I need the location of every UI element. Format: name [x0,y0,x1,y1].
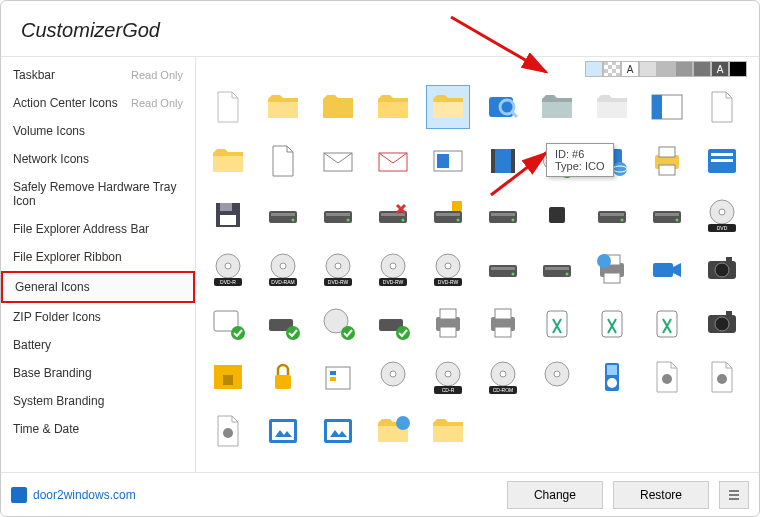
sidebar-item-6[interactable]: File Explorer Ribbon [1,243,195,271]
bg-swatch-1[interactable] [603,61,621,77]
sidebar-item-1[interactable]: Action Center IconsRead Only [1,89,195,117]
folder-icon[interactable] [316,85,360,129]
inventory-icon[interactable] [316,355,360,399]
background-swatches[interactable]: AA [585,61,747,77]
folder2-icon[interactable] [206,139,250,183]
disc-dvdr-icon[interactable]: DVD-R [206,247,250,291]
image-slide-icon[interactable] [426,139,470,183]
padlock-bg-icon[interactable] [206,355,250,399]
disc-dvdram-icon[interactable]: DVD-RAM [261,247,305,291]
camera-icon[interactable] [700,301,744,345]
menu-button[interactable] [719,481,749,509]
hdd2-icon[interactable] [645,193,689,237]
explorer-panel-icon[interactable] [645,85,689,129]
padlock-icon[interactable] [261,355,305,399]
gear-doc3-icon[interactable]: 6"> [206,409,250,453]
printer-icon[interactable] [645,139,689,183]
photo2-icon[interactable] [316,409,360,453]
svg-point-129 [607,378,617,388]
folder-empty-icon[interactable] [590,85,634,129]
drive-dark-icon[interactable] [481,193,525,237]
mail-icon[interactable] [316,139,360,183]
search-folder-icon[interactable] [481,85,525,129]
drive-floppy-icon[interactable] [206,193,250,237]
sidebar-item-12[interactable]: Time & Date [1,415,195,443]
sidebar-item-2[interactable]: Volume Icons [1,117,195,145]
sidebar-item-3[interactable]: Network Icons [1,145,195,173]
sidebar-item-8[interactable]: ZIP Folder Icons [1,303,195,331]
recycle-icon[interactable] [590,301,634,345]
hdd-slim-icon[interactable] [535,247,579,291]
svg-rect-20 [659,147,675,157]
bg-swatch-3[interactable] [639,61,657,77]
change-button[interactable]: Change [507,481,603,509]
folder-open-icon[interactable] [261,85,305,129]
folder-selected-icon[interactable] [426,85,470,129]
bg-swatch-6[interactable] [693,61,711,77]
window-title: CustomizerGod [1,1,759,57]
camera2-icon[interactable] [700,247,744,291]
film-icon[interactable] [481,139,525,183]
svg-rect-46 [600,213,624,216]
sidebar-item-7[interactable]: General Icons [1,271,195,303]
folder-globe-icon[interactable]: 6"> [371,409,415,453]
svg-point-94 [341,326,355,340]
folder-gray-icon[interactable] [535,85,579,129]
svg-rect-24 [711,159,733,162]
disc-cd-icon[interactable] [535,355,579,399]
hdd-check-icon[interactable] [261,301,305,345]
printer2-icon[interactable] [481,301,525,345]
disc-cdrom-icon[interactable]: CD-ROM [481,355,525,399]
sidebar-item-10[interactable]: Base Branding [1,359,195,387]
disc-dvd-icon[interactable]: DVD [700,193,744,237]
drive-small-icon[interactable] [535,193,579,237]
bg-swatch-8[interactable] [729,61,747,77]
photo-icon[interactable] [261,409,305,453]
drive-lock-icon[interactable] [426,193,470,237]
gear-doc-icon[interactable]: 6"> [645,355,689,399]
folder-net-icon[interactable] [426,409,470,453]
sidebar-item-5[interactable]: File Explorer Address Bar [1,215,195,243]
gear-doc2-icon[interactable]: 6"> [700,355,744,399]
disc-cdr-icon[interactable]: CD-R [426,355,470,399]
music-player-icon[interactable] [590,355,634,399]
bg-swatch-4[interactable] [657,61,675,77]
bg-swatch-2[interactable]: A [621,61,639,77]
bg-swatch-0[interactable] [585,61,603,77]
printer-globe-icon[interactable]: 6"> [590,247,634,291]
disc-icon[interactable] [371,355,415,399]
bg-swatch-7[interactable]: A [711,61,729,77]
hdd-gray-icon[interactable] [481,247,525,291]
svg-point-132 [223,428,233,438]
svg-point-90 [231,326,245,340]
document-icon[interactable] [261,139,305,183]
folder-alt-icon[interactable] [371,85,415,129]
sidebar-item-4[interactable]: Safely Remove Hardware Tray Icon [1,173,195,215]
drive2-icon[interactable] [316,193,360,237]
sidebar-item-11[interactable]: System Branding [1,387,195,415]
disc-dvdrw2-icon[interactable]: DVD-RW [371,247,415,291]
envelope-icon[interactable] [371,139,415,183]
disc-check2-icon[interactable] [316,301,360,345]
drive-icon[interactable] [261,193,305,237]
sidebar-item-9[interactable]: Battery [1,331,195,359]
paper-icon[interactable] [700,85,744,129]
recycle2-icon[interactable] [645,301,689,345]
sidebar-item-0[interactable]: TaskbarRead Only [1,61,195,89]
blank-document-icon[interactable] [206,85,250,129]
svg-point-56 [225,263,231,269]
disc-dvdrw-icon[interactable]: DVD-RW [316,247,360,291]
app-check-icon[interactable] [206,301,250,345]
restore-button[interactable]: Restore [613,481,709,509]
drive-remove-icon[interactable] [371,193,415,237]
disc-dvdrw3-icon[interactable]: DVD-RW [426,247,470,291]
printer-net-icon[interactable] [426,301,470,345]
hdd-icon[interactable] [590,193,634,237]
camcorder-icon[interactable] [645,247,689,291]
recycle-alt-icon[interactable] [535,301,579,345]
bg-swatch-5[interactable] [675,61,693,77]
settings-panel-icon[interactable] [700,139,744,183]
svg-rect-32 [326,213,350,216]
footer-link[interactable]: door2windows.com [11,487,136,503]
drive-check-icon[interactable] [371,301,415,345]
